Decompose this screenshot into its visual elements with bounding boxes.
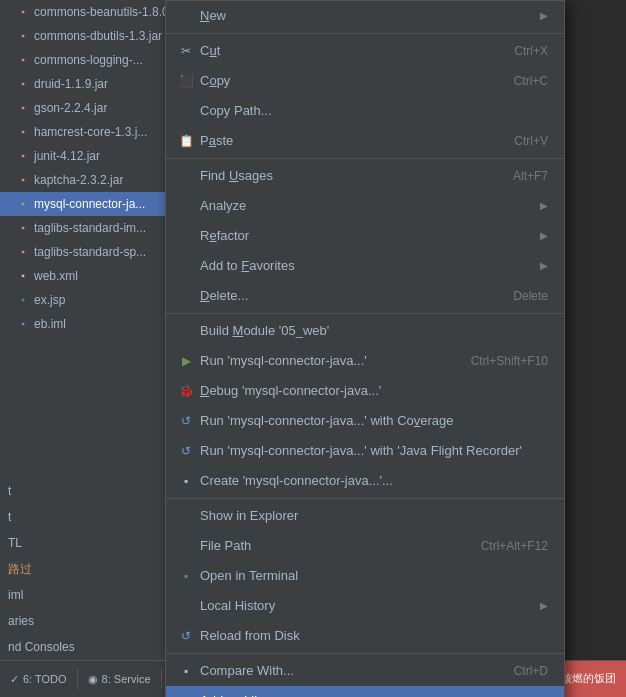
jar-icon: ▪ — [16, 5, 30, 19]
file-path-icon — [178, 538, 194, 554]
menu-item-run-flight[interactable]: ↺ Run 'mysql-connector-java...' with 'Ja… — [166, 436, 564, 466]
menu-item-delete[interactable]: Delete... Delete — [166, 281, 564, 311]
menu-item-find-usages[interactable]: Find Usages Alt+F7 — [166, 161, 564, 191]
menu-label-reload: Reload from Disk — [200, 625, 300, 647]
status-todo[interactable]: ✓ 6: TODO — [0, 669, 77, 690]
explorer-icon — [178, 508, 194, 524]
compare-shortcut: Ctrl+D — [514, 660, 548, 682]
menu-item-analyze[interactable]: Analyze ▶ — [166, 191, 564, 221]
flight-icon: ↺ — [178, 443, 194, 459]
sidebar-item-1[interactable]: ▪ commons-dbutils-1.3.jar — [0, 24, 165, 48]
menu-label-open-terminal: Open in Terminal — [200, 565, 298, 587]
menu-item-local-history[interactable]: Local History ▶ — [166, 591, 564, 621]
paste-icon: 📋 — [178, 133, 194, 149]
context-menu: New ▶ ✂ Cut Ctrl+X ⬛ Copy Ctrl+C Copy Pa… — [165, 0, 565, 697]
menu-item-compare[interactable]: ▪ Compare With... Ctrl+D — [166, 656, 564, 686]
sidebar-label-1: commons-dbutils-1.3.jar — [34, 26, 162, 46]
menu-label-compare: Compare With... — [200, 660, 294, 682]
sidebar-item-3[interactable]: ▪ druid-1.1.9.jar — [0, 72, 165, 96]
sidebar-label-4: gson-2.2.4.jar — [34, 98, 107, 118]
left-extra-iml: iml — [0, 582, 165, 608]
left-extra-aries: aries — [0, 608, 165, 634]
analyze-arrow: ▶ — [540, 195, 548, 217]
library-icon: ▪ — [178, 693, 194, 697]
sidebar-item-8[interactable]: ▪ mysql-connector-ja... — [0, 192, 165, 216]
sidebar-item-10[interactable]: ▪ taglibs-standard-sp... — [0, 240, 165, 264]
menu-item-new[interactable]: New ▶ — [166, 1, 564, 31]
jar-icon-4: ▪ — [16, 101, 30, 115]
sidebar-label-9: taglibs-standard-im... — [34, 218, 146, 238]
menu-label-find-usages: Find Usages — [200, 165, 273, 187]
menu-item-paste[interactable]: 📋 Paste Ctrl+V — [166, 126, 564, 156]
left-extra-t: t — [0, 478, 165, 504]
left-extra-t2: t — [0, 504, 165, 530]
sidebar-item-5[interactable]: ▪ hamcrest-core-1.3.j... — [0, 120, 165, 144]
sidebar-item-0[interactable]: ▪ commons-beanutils-1.8.0.jar — [0, 0, 165, 24]
sidebar-item-11[interactable]: ▪ web.xml — [0, 264, 165, 288]
find-usages-shortcut: Alt+F7 — [513, 165, 548, 187]
sidebar-label-7: kaptcha-2.3.2.jar — [34, 170, 123, 190]
separator-2 — [166, 158, 564, 159]
jar-icon-6: ▪ — [16, 149, 30, 163]
menu-item-copy-path[interactable]: Copy Path... — [166, 96, 564, 126]
menu-item-open-terminal[interactable]: ▪ Open in Terminal — [166, 561, 564, 591]
menu-item-build-module[interactable]: Build Module '05_web' — [166, 316, 564, 346]
local-history-icon — [178, 598, 194, 614]
menu-item-favorites[interactable]: Add to Favorites ▶ — [166, 251, 564, 281]
menu-label-build: Build Module '05_web' — [200, 320, 329, 342]
create-icon: ▪ — [178, 473, 194, 489]
compare-icon: ▪ — [178, 663, 194, 679]
jar-icon-1: ▪ — [16, 29, 30, 43]
copy-icon: ⬛ — [178, 73, 194, 89]
menu-label-new: New — [200, 5, 226, 27]
separator-4 — [166, 498, 564, 499]
menu-item-refactor[interactable]: Refactor ▶ — [166, 221, 564, 251]
sidebar-label-2: commons-logging-... — [34, 50, 143, 70]
sidebar-item-2[interactable]: ▪ commons-logging-... — [0, 48, 165, 72]
jar-icon-5: ▪ — [16, 125, 30, 139]
new-icon — [178, 8, 194, 24]
menu-item-create[interactable]: ▪ Create 'mysql-connector-java...'... — [166, 466, 564, 496]
jar-icon-10: ▪ — [16, 245, 30, 259]
menu-item-run-coverage[interactable]: ↺ Run 'mysql-connector-java...' with Cov… — [166, 406, 564, 436]
refactor-icon — [178, 228, 194, 244]
todo-label: 6: TODO — [23, 673, 67, 685]
sidebar-item-6[interactable]: ▪ junit-4.12.jar — [0, 144, 165, 168]
favorites-icon — [178, 258, 194, 274]
sidebar-label-3: druid-1.1.9.jar — [34, 74, 108, 94]
coverage-icon: ↺ — [178, 413, 194, 429]
menu-label-delete: Delete... — [200, 285, 248, 307]
reload-icon: ↺ — [178, 628, 194, 644]
status-service[interactable]: ◉ 8: Service — [78, 669, 161, 690]
jar-icon-3: ▪ — [16, 77, 30, 91]
sidebar-label-8: mysql-connector-ja... — [34, 194, 145, 214]
menu-item-debug[interactable]: 🐞 Debug 'mysql-connector-java...' — [166, 376, 564, 406]
menu-item-run[interactable]: ▶ Run 'mysql-connector-java...' Ctrl+Shi… — [166, 346, 564, 376]
menu-item-copy[interactable]: ⬛ Copy Ctrl+C — [166, 66, 564, 96]
left-extra-consoles: nd Consoles — [0, 634, 165, 660]
menu-label-favorites: Add to Favorites — [200, 255, 295, 277]
menu-label-run-coverage: Run 'mysql-connector-java...' with Cover… — [200, 410, 454, 432]
menu-item-show-explorer[interactable]: Show in Explorer — [166, 501, 564, 531]
sidebar-item-4[interactable]: ▪ gson-2.2.4.jar — [0, 96, 165, 120]
menu-item-reload[interactable]: ↺ Reload from Disk — [166, 621, 564, 651]
jar-icon-8: ▪ — [16, 197, 30, 211]
analyze-icon — [178, 198, 194, 214]
sidebar-item-7[interactable]: ▪ kaptcha-2.3.2.jar — [0, 168, 165, 192]
menu-label-local-history: Local History — [200, 595, 275, 617]
sidebar-item-13[interactable]: ▪ eb.iml — [0, 312, 165, 336]
jar-icon-7: ▪ — [16, 173, 30, 187]
menu-item-file-path[interactable]: File Path Ctrl+Alt+F12 — [166, 531, 564, 561]
run-shortcut: Ctrl+Shift+F10 — [471, 350, 548, 372]
menu-item-add-library[interactable]: ▪ Add as Library... — [166, 686, 564, 697]
cut-shortcut: Ctrl+X — [514, 40, 548, 62]
sidebar-item-9[interactable]: ▪ taglibs-standard-im... — [0, 216, 165, 240]
menu-label-cut: Cut — [200, 40, 220, 62]
menu-item-cut[interactable]: ✂ Cut Ctrl+X — [166, 36, 564, 66]
sidebar-label-13: eb.iml — [34, 314, 66, 334]
sidebar-item-12[interactable]: ▪ ex.jsp — [0, 288, 165, 312]
run-icon: ▶ — [178, 353, 194, 369]
service-icon: ◉ — [88, 673, 98, 686]
menu-label-copy: Copy — [200, 70, 230, 92]
menu-label-file-path: File Path — [200, 535, 251, 557]
